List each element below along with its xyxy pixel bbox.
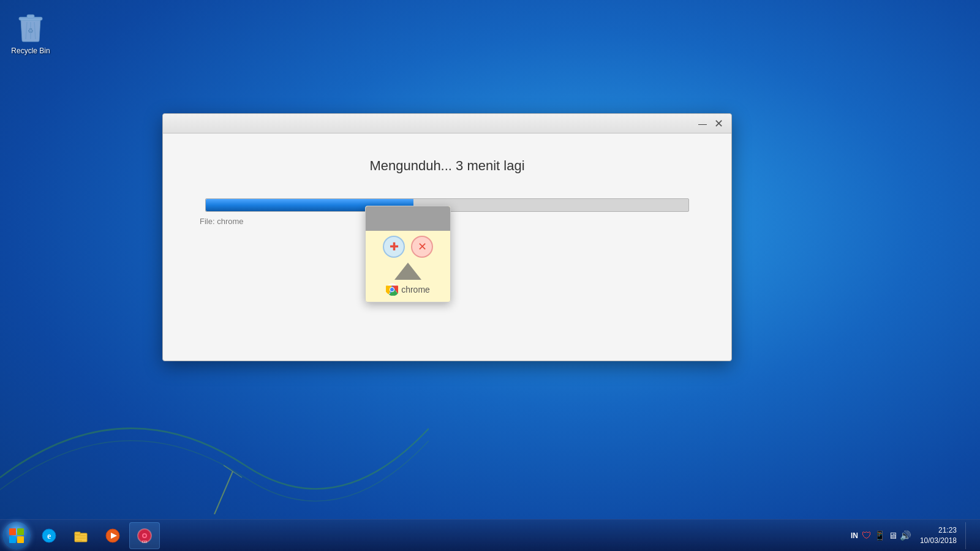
plus-icon: ✚ <box>390 240 399 253</box>
svg-rect-19 <box>76 538 86 539</box>
svg-rect-10 <box>9 528 16 535</box>
show-desktop-button[interactable] <box>965 522 975 549</box>
popup-action-buttons: ✚ ✕ <box>383 236 433 258</box>
recycle-bin-icon[interactable]: ♻ Recycle Bin <box>6 6 55 59</box>
system-tray: IN 🛡 📱 🖥 🔊 21:23 10/03/2018 <box>846 520 980 551</box>
popup-chrome-label: chrome <box>386 283 430 296</box>
start-button[interactable] <box>0 520 33 552</box>
taskbar-download-button[interactable]: CD <box>129 522 160 549</box>
close-button[interactable]: ✕ <box>710 117 726 130</box>
desktop-icons-area: ♻ Recycle Bin <box>6 6 55 59</box>
taskbar-items: e <box>33 520 846 551</box>
svg-text:e: e <box>47 531 51 541</box>
recycle-bin-image: ♻ <box>16 10 45 44</box>
x-icon: ✕ <box>418 240 427 253</box>
media-player-icon <box>104 527 121 544</box>
download-dialog: — ✕ Mengunduh... 3 menit lagi File: chro… <box>162 113 732 361</box>
windows-logo-icon <box>8 527 25 544</box>
language-indicator: IN <box>851 531 858 540</box>
svg-point-25 <box>143 534 146 537</box>
popup-dismiss-button[interactable]: ✕ <box>411 236 433 258</box>
security-alert-icon: 🛡 <box>862 530 872 541</box>
download-status-text: Mengunduh... 3 menit lagi <box>369 158 524 174</box>
start-orb <box>2 522 31 550</box>
svg-text:CD: CD <box>142 540 148 544</box>
clock-date: 10/03/2018 <box>920 536 957 546</box>
popup-add-button[interactable]: ✚ <box>383 236 405 258</box>
chrome-app-name: chrome <box>401 285 430 294</box>
system-clock[interactable]: 21:23 10/03/2018 <box>915 525 962 546</box>
popup-gray-bar <box>366 206 450 231</box>
svg-rect-20 <box>76 540 82 541</box>
download-app-icon: CD <box>136 527 153 544</box>
display-icon: 🖥 <box>888 530 897 541</box>
chrome-logo-icon <box>386 283 398 296</box>
desktop: ♻ Recycle Bin — ✕ Mengunduh... 3 menit l… <box>0 0 980 551</box>
file-explorer-icon <box>72 527 89 544</box>
chrome-drag-popup: ✚ ✕ chrome <box>365 206 451 302</box>
svg-point-9 <box>390 288 394 291</box>
taskbar: e <box>0 519 980 551</box>
taskbar-explorer-button[interactable] <box>66 522 96 549</box>
recycle-bin-label: Recycle Bin <box>11 47 50 55</box>
device-icon: 📱 <box>874 530 886 541</box>
svg-text:♻: ♻ <box>28 27 34 34</box>
ie-icon: e <box>40 527 58 544</box>
progress-label: File: chrome <box>200 217 244 226</box>
svg-rect-18 <box>76 535 86 536</box>
clock-time: 21:23 <box>938 525 957 536</box>
svg-rect-17 <box>75 532 80 534</box>
taskbar-mediaplayer-button[interactable] <box>97 522 128 549</box>
dialog-titlebar: — ✕ <box>163 114 731 133</box>
svg-rect-1 <box>27 15 34 18</box>
desktop-decoration <box>0 355 429 514</box>
minimize-button[interactable]: — <box>695 117 710 130</box>
svg-rect-12 <box>9 536 16 543</box>
popup-arrow-icon <box>394 263 421 280</box>
svg-rect-11 <box>17 528 24 535</box>
taskbar-ie-button[interactable]: e <box>34 522 64 549</box>
tray-icons: 🛡 📱 🖥 🔊 <box>862 530 911 541</box>
volume-icon: 🔊 <box>900 530 911 541</box>
svg-rect-13 <box>17 536 24 543</box>
